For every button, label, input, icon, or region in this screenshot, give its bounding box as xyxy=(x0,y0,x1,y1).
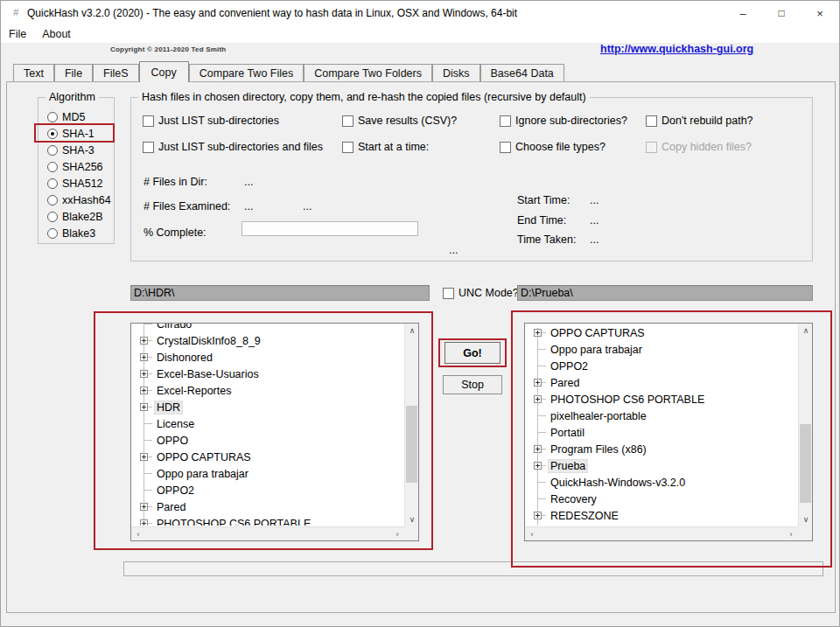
checkbox[interactable]: Ignore sub-directories? xyxy=(500,115,646,127)
tab[interactable]: Base64 Data xyxy=(480,64,564,81)
algorithm-radio[interactable]: SHA-3 xyxy=(38,142,114,158)
tree-item[interactable]: PHOTOSHOP CS6 PORTABLE xyxy=(132,515,403,526)
radio-button-icon xyxy=(47,178,58,189)
minimize-icon[interactable]: – xyxy=(724,1,762,25)
tab[interactable]: Copy xyxy=(139,61,189,82)
tab[interactable]: Compare Two Files xyxy=(189,64,304,81)
scroll-down-icon[interactable]: ∨ xyxy=(799,512,813,526)
checkbox[interactable]: Don't rebuild path? xyxy=(646,115,753,127)
tab-strip: Text File FileS Copy Compare Two Files C… xyxy=(13,60,564,81)
menu-item[interactable]: File xyxy=(1,25,34,43)
expand-plus-icon[interactable] xyxy=(140,503,148,511)
tree-item[interactable]: Dishonored xyxy=(132,349,403,366)
tab[interactable]: File xyxy=(54,64,93,81)
tree-item[interactable]: Cifrado xyxy=(132,324,403,332)
checkbox-label: Start at a time: xyxy=(358,141,429,153)
destination-directory-tree[interactable]: OPPO CAPTURAS Oppo para trabajar OPPO2 P… xyxy=(524,323,813,541)
source-directory-tree[interactable]: Cifrado CrystalDiskInfo8_8_9 Dishonored … xyxy=(130,323,419,541)
stop-button[interactable]: Stop xyxy=(443,375,502,394)
tree-item[interactable]: Prueba xyxy=(526,457,797,474)
scroll-right-icon[interactable]: › xyxy=(390,527,404,541)
algorithm-radio[interactable]: xxHash64 xyxy=(38,192,114,208)
expand-plus-icon[interactable] xyxy=(140,370,148,378)
expand-plus-icon[interactable] xyxy=(534,512,542,519)
tab[interactable]: Compare Two Folders xyxy=(304,64,432,81)
tree-item[interactable]: Pared xyxy=(132,498,403,515)
unc-mode-checkbox[interactable]: UNC Mode? xyxy=(443,287,519,299)
tree-item[interactable]: Oppo para trabajar xyxy=(132,465,403,482)
expand-plus-icon[interactable] xyxy=(140,453,148,461)
tree-item[interactable]: OPPO xyxy=(132,432,403,449)
checkbox-label: Ignore sub-directories? xyxy=(515,115,627,127)
scrollbar-thumb[interactable] xyxy=(800,424,811,503)
tree-item[interactable]: OPPO2 xyxy=(132,482,403,498)
expand-plus-icon[interactable] xyxy=(140,337,148,345)
scroll-left-icon[interactable]: ‹ xyxy=(131,527,145,541)
tree-item[interactable]: License xyxy=(132,415,403,432)
checkbox[interactable]: Choose file types? xyxy=(500,141,646,153)
tree-item[interactable]: Program Files (x86) xyxy=(526,441,797,457)
tree-item[interactable]: REDESZONE xyxy=(526,507,797,524)
checkbox[interactable]: Start at a time: xyxy=(342,141,500,153)
algorithm-radio[interactable]: SHA256 xyxy=(38,158,114,175)
expand-plus-icon[interactable] xyxy=(534,329,542,337)
horizontal-scrollbar[interactable]: ‹ › xyxy=(525,526,798,540)
end-time-value: ... xyxy=(590,214,598,226)
tab[interactable]: FileS xyxy=(93,64,138,81)
tree-item[interactable]: OPPO CAPTURAS xyxy=(132,449,403,465)
expand-plus-icon[interactable] xyxy=(140,403,148,411)
vertical-scrollbar[interactable]: ∧ ∨ xyxy=(404,324,418,526)
tree-item[interactable]: PHOTOSHOP CS6 PORTABLE xyxy=(526,391,797,408)
tree-item[interactable]: pixelhealer-portable xyxy=(526,408,797,424)
maximize-icon[interactable]: □ xyxy=(762,1,801,25)
status-output-field[interactable] xyxy=(123,561,823,576)
expand-plus-icon[interactable] xyxy=(140,387,148,394)
tab[interactable]: Text xyxy=(13,64,54,81)
scroll-left-icon[interactable]: ‹ xyxy=(525,527,539,541)
expand-plus-icon[interactable] xyxy=(534,395,542,403)
scroll-right-icon[interactable]: › xyxy=(784,527,798,541)
close-icon[interactable]: × xyxy=(801,1,839,25)
radio-label: MD5 xyxy=(62,111,85,123)
tree-item[interactable]: QuickHash-Windows-v3.2.0 xyxy=(526,474,797,491)
files-examined-value: ... xyxy=(244,200,253,212)
tree-item[interactable]: Excel-Base-Usuarios xyxy=(132,366,403,382)
tree-item[interactable]: OPPO CAPTURAS xyxy=(526,324,797,341)
go-button[interactable]: Go! xyxy=(444,342,500,364)
tree-item[interactable]: Oppo para trabajar xyxy=(526,341,797,358)
tree-item-label: Portatil xyxy=(549,427,586,439)
expand-plus-icon[interactable] xyxy=(140,519,148,526)
scroll-down-icon[interactable]: ∨ xyxy=(405,512,419,526)
scroll-up-icon[interactable]: ∧ xyxy=(799,324,813,338)
algorithm-radio[interactable]: Blake3 xyxy=(38,225,114,241)
tree-item[interactable]: OPPO2 xyxy=(526,358,797,374)
checkbox[interactable]: Copy hidden files? xyxy=(646,141,752,153)
scrollbar-thumb[interactable] xyxy=(406,406,417,483)
tree-item[interactable]: CrystalDiskInfo8_8_9 xyxy=(132,332,403,349)
vertical-scrollbar[interactable]: ∧ ∨ xyxy=(798,324,812,526)
expand-plus-icon[interactable] xyxy=(140,353,148,361)
algorithm-radio[interactable]: MD5 xyxy=(38,108,114,125)
expand-plus-icon[interactable] xyxy=(534,379,542,387)
website-link[interactable]: http://www.quickhash-gui.org xyxy=(600,43,753,55)
destination-path-field[interactable]: D:\Prueba\ xyxy=(517,285,813,301)
tree-item[interactable]: Pared xyxy=(526,374,797,391)
scroll-up-icon[interactable]: ∧ xyxy=(405,324,419,338)
expand-plus-icon[interactable] xyxy=(534,445,542,453)
checkbox[interactable]: Save results (CSV)? xyxy=(342,115,500,127)
tree-item[interactable]: Recovery xyxy=(526,491,797,507)
algorithm-radio[interactable]: SHA512 xyxy=(38,175,114,192)
menu-item[interactable]: About xyxy=(34,25,79,43)
tree-item[interactable]: Excel-Reportes xyxy=(132,382,403,399)
checkbox[interactable]: Just LIST sub-directories xyxy=(143,115,342,127)
tree-item[interactable]: SolarWinds-NTM-v2.2.2-Eval xyxy=(526,524,797,526)
algorithm-radio[interactable]: SHA-1 xyxy=(38,125,114,142)
tree-item[interactable]: Portatil xyxy=(526,424,797,441)
checkbox[interactable]: Just LIST sub-directories and files xyxy=(143,141,342,153)
source-path-field[interactable]: D:\HDR\ xyxy=(130,285,430,301)
algorithm-radio[interactable]: Blake2B xyxy=(38,208,114,225)
tab[interactable]: Disks xyxy=(432,64,480,81)
expand-plus-icon[interactable] xyxy=(534,462,542,470)
horizontal-scrollbar[interactable]: ‹ › xyxy=(131,526,404,540)
tree-item[interactable]: HDR xyxy=(132,399,403,415)
